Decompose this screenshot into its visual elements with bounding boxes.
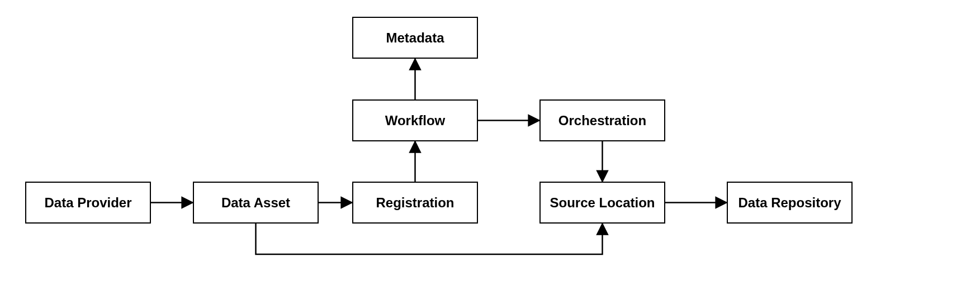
- edge-data_asset-to-source_location: [256, 224, 603, 254]
- node-label: Metadata: [386, 30, 444, 46]
- node-data-asset: Data Asset: [193, 182, 319, 224]
- node-label: Data Provider: [44, 195, 131, 211]
- diagram-canvas: Data Provider Data Asset Registration Wo…: [0, 0, 980, 285]
- node-data-repository: Data Repository: [727, 182, 853, 224]
- node-label: Data Repository: [738, 195, 841, 211]
- node-label: Registration: [376, 195, 454, 211]
- node-orchestration: Orchestration: [539, 99, 665, 141]
- node-label: Data Asset: [221, 195, 290, 211]
- node-workflow: Workflow: [352, 99, 478, 141]
- node-label: Workflow: [385, 113, 446, 129]
- node-metadata: Metadata: [352, 17, 478, 59]
- node-label: Source Location: [550, 195, 655, 211]
- node-source-location: Source Location: [539, 182, 665, 224]
- node-data-provider: Data Provider: [25, 182, 151, 224]
- node-registration: Registration: [352, 182, 478, 224]
- edges-layer: [0, 0, 980, 285]
- node-label: Orchestration: [558, 113, 646, 129]
